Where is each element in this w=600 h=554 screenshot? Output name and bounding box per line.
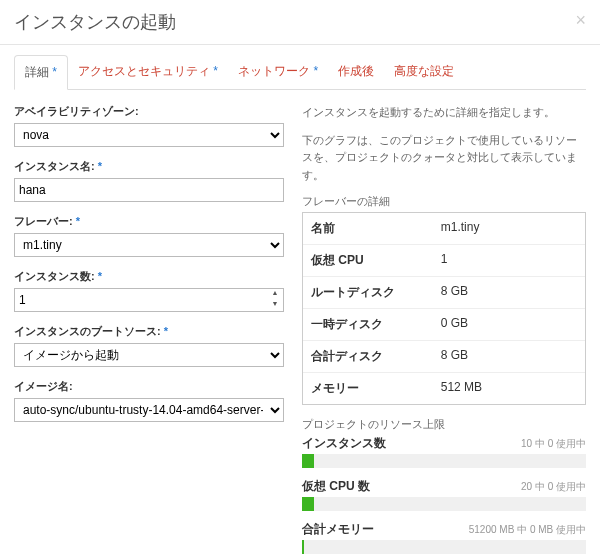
- flavor-row-vcpu: 仮想 CPU 1: [303, 245, 585, 277]
- spinner-down-icon[interactable]: ▼: [268, 300, 282, 311]
- boot-source-select[interactable]: イメージから起動: [14, 343, 284, 367]
- quota-instances: インスタンス数 10 中 0 使用中: [302, 435, 586, 468]
- required-star: *: [98, 270, 102, 282]
- required-star: *: [76, 215, 80, 227]
- flavor-value: 0 GB: [433, 309, 585, 340]
- flavor-key: 名前: [303, 213, 433, 244]
- flavor-select[interactable]: m1.tiny: [14, 233, 284, 257]
- quota-fill: [302, 497, 314, 511]
- flavor-row-memory: メモリー 512 MB: [303, 373, 585, 404]
- quota-fill: [302, 540, 304, 554]
- quota-name: 仮想 CPU 数: [302, 478, 370, 495]
- quota-fill: [302, 454, 314, 468]
- tab-access-security[interactable]: アクセスとセキュリティ *: [68, 55, 228, 89]
- tab-label: 作成後: [338, 64, 374, 78]
- flavor-row-total-disk: 合計ディスク 8 GB: [303, 341, 585, 373]
- flavor-key: 合計ディスク: [303, 341, 433, 372]
- quota-memory: 合計メモリー 51200 MB 中 0 MB 使用中: [302, 521, 586, 554]
- tab-advanced[interactable]: 高度な設定: [384, 55, 464, 89]
- field-label: インスタンス数: *: [14, 269, 284, 284]
- modal-title: インスタンスの起動: [14, 12, 176, 32]
- form-column: アベイラビリティゾーン: nova インスタンス名: * フレーバー:: [14, 104, 284, 554]
- field-label: フレーバー: *: [14, 214, 284, 229]
- quota-limit: 10 中 0 使用中: [521, 437, 586, 451]
- field-availability-zone: アベイラビリティゾーン: nova: [14, 104, 284, 147]
- required-star: *: [164, 325, 168, 337]
- flavor-value: m1.tiny: [433, 213, 585, 244]
- required-star: *: [52, 65, 57, 79]
- flavor-details-table: 名前 m1.tiny 仮想 CPU 1 ルートディスク 8 GB 一時ディスク …: [302, 212, 586, 405]
- required-star: *: [213, 64, 218, 78]
- instance-count-input[interactable]: [14, 288, 284, 312]
- quota-bar: [302, 454, 586, 468]
- quota-limit: 20 中 0 使用中: [521, 480, 586, 494]
- tab-label: 高度な設定: [394, 64, 454, 78]
- quota-section-title: プロジェクトのリソース上限: [302, 417, 586, 432]
- info-column: インスタンスを起動するために詳細を指定します。 下のグラフは、このプロジェクトで…: [302, 104, 586, 554]
- flavor-value: 8 GB: [433, 341, 585, 372]
- required-star: *: [98, 160, 102, 172]
- tab-post-creation[interactable]: 作成後: [328, 55, 384, 89]
- help-text-2: 下のグラフは、このプロジェクトで使用しているリソースを、プロジェクトのクォータと…: [302, 132, 586, 185]
- quota-bar: [302, 497, 586, 511]
- flavor-key: ルートディスク: [303, 277, 433, 308]
- tab-label: ネットワーク: [238, 64, 310, 78]
- field-label: アベイラビリティゾーン:: [14, 104, 284, 119]
- field-label: イメージ名:: [14, 379, 284, 394]
- image-name-select[interactable]: auto-sync/ubuntu-trusty-14.04-amd64-serv…: [14, 398, 284, 422]
- flavor-row-ephemeral-disk: 一時ディスク 0 GB: [303, 309, 585, 341]
- modal-body: 詳細 * アクセスとセキュリティ * ネットワーク * 作成後 高度な設定 アベ…: [0, 55, 600, 554]
- spinner-up-icon[interactable]: ▲: [268, 289, 282, 300]
- flavor-row-name: 名前 m1.tiny: [303, 213, 585, 245]
- close-icon[interactable]: ×: [575, 10, 586, 31]
- field-label: インスタンス名: *: [14, 159, 284, 174]
- tab-details[interactable]: 詳細 *: [14, 55, 68, 90]
- flavor-key: 一時ディスク: [303, 309, 433, 340]
- quota-limit: 51200 MB 中 0 MB 使用中: [469, 523, 586, 537]
- flavor-details-title: フレーバーの詳細: [302, 194, 586, 209]
- tab-label: 詳細: [25, 65, 49, 79]
- quota-name: 合計メモリー: [302, 521, 374, 538]
- field-instance-name: インスタンス名: *: [14, 159, 284, 202]
- flavor-value: 512 MB: [433, 373, 585, 404]
- field-instance-count: インスタンス数: * ▲ ▼: [14, 269, 284, 312]
- required-star: *: [313, 64, 318, 78]
- field-boot-source: インスタンスのブートソース: * イメージから起動: [14, 324, 284, 367]
- tab-bar: 詳細 * アクセスとセキュリティ * ネットワーク * 作成後 高度な設定: [14, 55, 586, 90]
- quota-name: インスタンス数: [302, 435, 386, 452]
- instance-name-input[interactable]: [14, 178, 284, 202]
- field-flavor: フレーバー: * m1.tiny: [14, 214, 284, 257]
- modal-header: インスタンスの起動 ×: [0, 0, 600, 45]
- spinner-arrows: ▲ ▼: [268, 289, 282, 311]
- availability-zone-select[interactable]: nova: [14, 123, 284, 147]
- flavor-key: メモリー: [303, 373, 433, 404]
- quota-bar: [302, 540, 586, 554]
- help-text-1: インスタンスを起動するために詳細を指定します。: [302, 104, 586, 122]
- tab-label: アクセスとセキュリティ: [78, 64, 210, 78]
- quota-vcpus: 仮想 CPU 数 20 中 0 使用中: [302, 478, 586, 511]
- launch-instance-modal: インスタンスの起動 × 詳細 * アクセスとセキュリティ * ネットワーク * …: [0, 0, 600, 554]
- flavor-value: 1: [433, 245, 585, 276]
- flavor-key: 仮想 CPU: [303, 245, 433, 276]
- body-columns: アベイラビリティゾーン: nova インスタンス名: * フレーバー:: [14, 104, 586, 554]
- field-label: インスタンスのブートソース: *: [14, 324, 284, 339]
- flavor-row-root-disk: ルートディスク 8 GB: [303, 277, 585, 309]
- field-image-name: イメージ名: auto-sync/ubuntu-trusty-14.04-amd…: [14, 379, 284, 422]
- flavor-value: 8 GB: [433, 277, 585, 308]
- tab-network[interactable]: ネットワーク *: [228, 55, 328, 89]
